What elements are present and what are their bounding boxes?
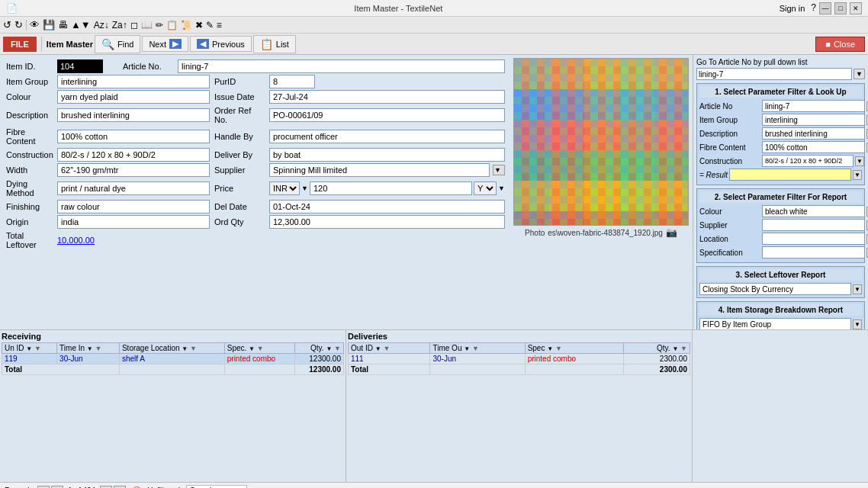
fibre-content-input[interactable] (57, 130, 210, 143)
toolbar-icon-16[interactable]: ≡ (217, 20, 222, 30)
pur-id-input[interactable] (269, 75, 315, 88)
del-col-qty[interactable]: Qty. ▼ ▼ (624, 343, 690, 354)
unit-select[interactable]: Yd (474, 181, 497, 195)
nav-last-button[interactable]: ▶| (114, 486, 126, 489)
order-ref-input[interactable] (269, 108, 505, 122)
time-in-filter-icon[interactable]: ▼ (95, 345, 102, 352)
currency-dropdown-icon[interactable]: ▼ (301, 185, 308, 192)
del-spec-filter-icon[interactable]: ▼ (555, 345, 562, 352)
goto-input[interactable] (696, 68, 852, 80)
minimize-button[interactable]: — (819, 2, 831, 14)
s3-closing-stock-input[interactable] (699, 283, 851, 295)
s1-itemgroup-input[interactable] (762, 114, 865, 126)
s4-dd-icon[interactable]: ▼ (853, 319, 862, 329)
issue-date-input[interactable] (269, 90, 505, 104)
s1-result-dd-icon[interactable]: ▼ (853, 170, 862, 180)
del-qty-filter-icon[interactable]: ▼ (680, 345, 687, 352)
toolbar-icon-9[interactable]: ◻ (130, 20, 138, 30)
item-group-input[interactable] (57, 75, 210, 88)
nav-prev-button[interactable]: ◀ (51, 486, 63, 489)
s1-construction-input[interactable] (762, 155, 854, 167)
find-button[interactable]: 🔍 Find (95, 35, 140, 53)
article-no-input[interactable] (178, 59, 505, 73)
del-qty-sort-icon: ▼ (672, 345, 678, 352)
toolbar-icon-12[interactable]: 📋 (166, 20, 178, 30)
supplier-input[interactable] (269, 163, 490, 177)
receiving-row-1[interactable]: 119 30-Jun shelf A printed combo 12300.0… (2, 354, 344, 364)
item-id-input[interactable] (57, 59, 103, 73)
toolbar-icon-15[interactable]: ✎ (206, 20, 214, 30)
list-button[interactable]: 📋 List (253, 35, 296, 53)
toolbar-icon-6[interactable]: ▲▼ (71, 19, 91, 30)
file-button[interactable]: FILE (3, 37, 37, 52)
receiving-col-qty[interactable]: Qty. ▼ ▼ (295, 343, 344, 354)
maximize-button[interactable]: □ (834, 2, 847, 14)
receiving-col-spec[interactable]: Spec. ▼ ▼ (224, 343, 294, 354)
price-input[interactable] (310, 181, 472, 195)
toolbar-icon-8[interactable]: Za↑ (112, 20, 127, 30)
section2-title: 2. Select Parameter Filter For Report (699, 191, 862, 203)
goto-section: Go To Article No by pull down list ▼ (696, 58, 865, 80)
description-input[interactable] (57, 108, 210, 122)
s1-fibre-label: Fibre Content (699, 143, 760, 152)
del-date-input[interactable] (269, 200, 505, 214)
total-leftover-value[interactable]: 10,000.00 (57, 236, 210, 245)
in-id-filter-icon[interactable]: ▼ (34, 345, 41, 352)
receiving-col-time-in[interactable]: Time In ▼ ▼ (57, 343, 120, 354)
receiving-title: Receiving (2, 332, 344, 341)
help-icon[interactable]: ? (811, 2, 816, 14)
qty-filter-icon[interactable]: ▼ (334, 345, 341, 352)
time-out-filter-icon[interactable]: ▼ (472, 345, 479, 352)
toolbar-icon-1[interactable]: ↺ (3, 19, 11, 30)
search-input[interactable] (186, 485, 247, 489)
toolbar-icon-14[interactable]: ✖ (195, 20, 203, 30)
s1-description-input[interactable] (762, 127, 865, 140)
del-col-out-id[interactable]: Out ID ▼ ▼ (349, 343, 430, 354)
goto-dropdown-icon[interactable]: ▼ (854, 69, 865, 79)
handle-by-input[interactable] (269, 130, 505, 143)
delivery-row-1[interactable]: 111 30-Jun printed combo 2300.00 (349, 354, 690, 364)
finishing-input[interactable] (57, 200, 210, 214)
origin-input[interactable] (57, 215, 210, 229)
s2-supplier-input[interactable] (762, 219, 865, 231)
nav-next-button[interactable]: ▶ (100, 486, 112, 489)
s1-fibre-input[interactable] (762, 141, 865, 153)
width-input[interactable] (57, 163, 210, 177)
s2-specification-input[interactable] (762, 246, 865, 258)
location-filter-icon[interactable]: ▼ (190, 345, 197, 352)
close-button[interactable]: ■ Close (815, 37, 865, 52)
dying-method-input[interactable] (57, 181, 210, 195)
toolbar-icon-11[interactable]: ✏ (156, 20, 163, 30)
s3-dd-icon[interactable]: ▼ (853, 284, 862, 294)
toolbar-icon-10[interactable]: 📖 (141, 20, 153, 30)
del-col-spec[interactable]: Spec ▼ ▼ (525, 343, 624, 354)
s4-fifo-input[interactable] (699, 318, 851, 329)
supplier-dropdown-icon[interactable]: ▼ (493, 165, 505, 175)
s1-const-dd-icon[interactable]: ▼ (855, 156, 864, 166)
currency-select[interactable]: INR (269, 181, 300, 195)
spec-filter-icon[interactable]: ▼ (257, 345, 264, 352)
construction-input[interactable] (57, 148, 210, 162)
toolbar-icon-4[interactable]: 💾 (43, 19, 55, 30)
toolbar-icon-7[interactable]: Az↓ (94, 20, 109, 30)
del-col-time-out[interactable]: Time Ou ▼ ▼ (430, 343, 525, 354)
receiving-col-in-id[interactable]: Un ID ▼ ▼ (2, 343, 57, 354)
receiving-col-location[interactable]: Storage Location ▼ ▼ (119, 343, 224, 354)
s2-colour-input[interactable] (762, 205, 865, 217)
toolbar-icon-5[interactable]: 🖶 (58, 19, 68, 30)
colour-input[interactable] (57, 90, 210, 104)
s1-article-input[interactable] (762, 100, 865, 112)
next-button[interactable]: Next ▶ (142, 36, 188, 52)
unit-dropdown-icon[interactable]: ▼ (498, 185, 505, 192)
deliver-by-input[interactable] (269, 148, 505, 162)
photo-edit-icon[interactable]: 📷 (666, 227, 677, 238)
toolbar-icon-13[interactable]: 📜 (181, 20, 192, 30)
out-id-filter-icon[interactable]: ▼ (383, 345, 390, 352)
previous-button[interactable]: ◀ Previous (190, 36, 252, 52)
ord-qty-input[interactable] (269, 215, 505, 229)
s2-location-input[interactable] (762, 233, 865, 245)
toolbar-icon-3[interactable]: 👁 (30, 19, 40, 30)
toolbar-icon-2[interactable]: ↻ (14, 19, 23, 30)
nav-first-button[interactable]: |◀ (37, 486, 50, 489)
close-window-button[interactable]: ✕ (850, 2, 862, 14)
